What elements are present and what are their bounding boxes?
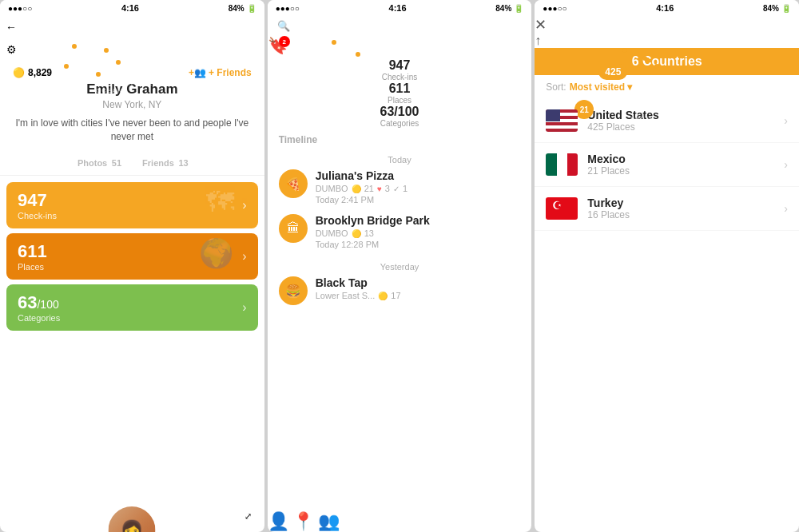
map-dot-3 xyxy=(96,72,101,77)
country-info-tr: Turkey 16 Places xyxy=(587,197,630,220)
coins-count: 🟡 8,829 xyxy=(13,67,52,78)
map-ny-label: NEW YORK xyxy=(292,24,337,32)
map-label-na: NORTHAMERICA xyxy=(16,32,55,48)
status-bar-1: ●●●○○ 4:16 84% 🔋 xyxy=(0,0,264,16)
status-bar-2: ●●●○○ 4:16 84% 🔋 xyxy=(268,0,532,16)
map-label-ocean: North Atlan...Ocean xyxy=(96,80,158,94)
bottom-nav: 👤 📍 👥 xyxy=(268,511,532,532)
card-globe-icon: 🌍 xyxy=(199,237,234,270)
map-dot-5 xyxy=(64,64,69,69)
map-dot-4 xyxy=(72,44,77,49)
profile-map: NORTHAMERICA North Atlan...Ocean ← ⚙ ⤢ 👩 xyxy=(0,16,264,61)
profile-bio: I'm in love with cities I've never been … xyxy=(13,117,252,144)
screen-profile: ●●●○○ 4:16 84% 🔋 NORTHAMERICA North Atla… xyxy=(0,0,264,532)
timeline-item-blacktap[interactable]: 🍔 Black Tap Lower East S... 🟡 17 xyxy=(268,276,532,315)
pizza-meta: DUMBO 🟡 21 ♥ 3 ✓ 1 xyxy=(316,184,407,193)
map-pin-2 xyxy=(356,52,360,57)
profile-tabs: Photos 51 Friends 13 xyxy=(0,150,264,176)
notification-button[interactable]: 🔖 2 xyxy=(268,36,290,58)
status-bar-3: ●●●○○ 4:16 84% 🔋 xyxy=(535,0,799,16)
stat-col-checkins: 947 Check-ins xyxy=(268,58,532,81)
map-dot-2 xyxy=(116,60,121,65)
signal-icon: ●●●○○ xyxy=(8,4,32,13)
park-meta: DUMBO 🟡 13 xyxy=(316,228,430,238)
day-today: Today xyxy=(268,152,532,169)
battery-1: 84% 🔋 xyxy=(229,4,256,13)
timeline-section: Timeline Today 🍕 Juliana's Pizza DUMBO 🟡… xyxy=(268,128,532,511)
flag-mexico xyxy=(546,153,578,176)
signal-icon-3: ●●●○○ xyxy=(543,4,566,13)
friends-button[interactable]: +👥 + Friends xyxy=(189,67,252,78)
map-dot-1 xyxy=(104,48,109,53)
map-pin-1 xyxy=(332,40,336,45)
burger-icon: 🍔 xyxy=(279,276,308,305)
nav-profile-icon[interactable]: 👤 xyxy=(268,511,289,531)
country-info-mx: Mexico 21 Places xyxy=(587,153,630,177)
country-arrow-us: › xyxy=(784,114,788,127)
flag-turkey xyxy=(546,197,578,220)
country-item-tr[interactable]: Turkey 16 Places › xyxy=(535,187,799,231)
stat-categories[interactable]: 63/100 Categories › xyxy=(6,284,258,331)
expand-button[interactable]: ⤢ xyxy=(239,506,258,526)
coin-icon: 🟡 xyxy=(13,67,25,78)
time-3: 4:16 xyxy=(656,3,674,13)
blacktap-meta: Lower East S... 🟡 17 xyxy=(316,291,401,300)
country-item-mx[interactable]: Mexico 21 Places › xyxy=(535,143,799,187)
profile-location: New York, NY xyxy=(0,99,264,110)
stat-col-categories: 63/100 Categories xyxy=(268,105,532,128)
timeline-header: Timeline xyxy=(268,128,532,152)
search-icon: 🔍 xyxy=(277,20,290,32)
time-2: 4:16 xyxy=(389,3,407,13)
card-map-icon: 🗺 xyxy=(206,186,234,218)
day-yesterday: Yesterday xyxy=(268,259,532,276)
country-arrow-tr: › xyxy=(784,202,788,215)
timeline-stats: 947 Check-ins 611 Places 63/100 Categori… xyxy=(268,58,532,128)
country-arrow-mx: › xyxy=(784,158,788,171)
map-label-south: SOUTH xyxy=(630,116,654,121)
time-1: 4:16 xyxy=(121,3,139,13)
coins-row: 🟡 8,829 +👥 + Friends xyxy=(0,64,264,81)
pizza-icon: 🍕 xyxy=(279,169,308,198)
nav-friends-icon[interactable]: 👥 xyxy=(318,511,340,531)
countries-banner: 6 Countries xyxy=(535,48,799,75)
cluster-usa: 425 xyxy=(598,64,627,80)
signal-icon-2: ●●●○○ xyxy=(276,4,300,13)
screen-timeline: ●●●○○ 4:16 84% 🔋 🔍 Search 🔖 2 NEW YORK xyxy=(268,0,532,532)
map-label-na-2: NORTHAMERICA xyxy=(559,28,598,44)
tab-photos[interactable]: Photos 51 xyxy=(76,157,121,169)
park-icon: 🏛 xyxy=(279,214,308,243)
stat-col-places: 611 Places xyxy=(268,81,532,105)
timeline-item-bbpark[interactable]: 🏛 Brooklyn Bridge Park DUMBO 🟡 13 Today … xyxy=(268,214,532,259)
nav-location-icon[interactable]: 📍 xyxy=(292,511,314,531)
screen-countries: ●●●○○ 4:16 84% 🔋 ✕ ↑ NORTHAMERICA North … xyxy=(535,0,799,532)
map-label-ocean-2: North AtlanticOcean xyxy=(731,76,791,87)
stat-checkins[interactable]: 947 Check-ins 🗺 › xyxy=(6,182,258,228)
tab-friends[interactable]: Friends 13 xyxy=(141,157,189,169)
app-container: ●●●○○ 4:16 84% 🔋 NORTHAMERICA North Atla… xyxy=(0,0,799,532)
search-bar-container: 🔍 Search 🔖 2 xyxy=(268,16,532,58)
flag-usa xyxy=(546,109,578,132)
sort-dropdown[interactable]: Most visited ▾ xyxy=(570,81,633,93)
stat-places[interactable]: 611 Places 🌍 › xyxy=(6,233,258,280)
stats-cards: 947 Check-ins 🗺 › 611 Places 🌍 › 63/100 xyxy=(0,176,264,532)
timeline-item-pizza[interactable]: 🍕 Juliana's Pizza DUMBO 🟡 21 ♥ 3 ✓ 1 Tod… xyxy=(268,169,532,214)
